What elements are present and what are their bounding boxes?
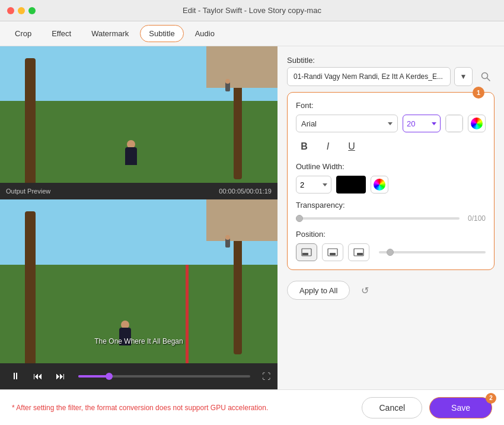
output-bar: Output Preview 00:00:05/00:01:19 xyxy=(0,183,277,199)
progress-thumb xyxy=(106,373,113,380)
subtitle-dropdown-btn[interactable]: ▼ xyxy=(454,67,473,86)
apply-row: Apply to All ↺ xyxy=(287,276,495,305)
svg-line-1 xyxy=(487,78,490,81)
svg-rect-7 xyxy=(357,253,363,255)
fullscreen-button[interactable] xyxy=(28,7,36,14)
font-color-wheel-btn[interactable] xyxy=(468,115,486,132)
style-row: B I U xyxy=(296,138,486,155)
titlebar: Edit - Taylor Swift - Love Story copy-ma… xyxy=(0,0,504,21)
bottom-bar: * After setting the filter, the format c… xyxy=(0,389,504,425)
position-bottom-right-btn[interactable] xyxy=(348,243,369,261)
transparency-slider[interactable] xyxy=(296,217,460,220)
fullscreen-icon[interactable]: ⛶ xyxy=(262,372,270,381)
tab-crop[interactable]: Crop xyxy=(6,25,40,42)
font-select[interactable]: Arial xyxy=(296,115,398,132)
position-section: Position: xyxy=(296,230,486,261)
subtitle-overlay: The One Where It All Began xyxy=(94,337,183,345)
tab-watermark[interactable]: Watermark xyxy=(82,25,138,42)
position-slider[interactable] xyxy=(379,251,486,253)
subtitle-section: Subtitle: 01-Randi Vagy Nem Randi, Ez It… xyxy=(287,56,495,86)
outline-select[interactable]: 2 xyxy=(296,176,331,194)
position-row xyxy=(296,243,486,261)
main-content: Output Preview 00:00:05/00:01:19 The One… xyxy=(0,46,504,389)
save-badge: 2 xyxy=(486,393,496,404)
outline-color-wheel-icon xyxy=(374,179,385,191)
underline-button[interactable]: U xyxy=(343,138,360,155)
video-preview-bottom: The One Where It All Began xyxy=(0,199,277,363)
tab-subtitle[interactable]: Subtitle xyxy=(140,25,183,42)
right-panel: Subtitle: 01-Randi Vagy Nem Randi, Ez It… xyxy=(277,46,504,389)
progress-fill xyxy=(78,375,109,378)
refresh-button[interactable]: ↺ xyxy=(356,281,374,299)
svg-rect-3 xyxy=(302,253,308,255)
progress-track[interactable] xyxy=(78,375,250,378)
prev-button[interactable]: ⏮ xyxy=(30,369,46,384)
position-bottom-center-btn[interactable] xyxy=(322,243,343,261)
transparency-label: Transparency: xyxy=(296,201,486,210)
bottom-buttons: Cancel Save 2 xyxy=(362,397,492,418)
position-label: Position: xyxy=(296,230,486,239)
subtitle-select[interactable]: 01-Randi Vagy Nem Randi, Ez Itt A Kerdes… xyxy=(287,67,451,86)
font-panel-badge: 1 xyxy=(473,87,484,99)
outline-color-wheel-btn[interactable] xyxy=(371,176,388,194)
controls-bar: ⏸ ⏮ ⏭ ⛶ xyxy=(0,363,277,389)
window-title: Edit - Taylor Swift - Love Story copy-ma… xyxy=(183,6,321,15)
font-label: Font: xyxy=(296,101,486,110)
transparency-value: 0/100 xyxy=(464,214,486,223)
warning-text: * After setting the filter, the format c… xyxy=(12,404,268,412)
font-color-btn[interactable] xyxy=(445,115,463,132)
font-size-select[interactable]: 20 xyxy=(403,115,441,132)
outline-row: 2 xyxy=(296,176,486,194)
tab-audio[interactable]: Audio xyxy=(186,25,224,42)
pause-button[interactable]: ⏸ xyxy=(7,369,24,384)
color-wheel-icon xyxy=(471,118,483,129)
traffic-lights xyxy=(7,7,36,14)
outline-color-swatch xyxy=(336,176,366,194)
timestamp: 00:00:05/00:01:19 xyxy=(219,188,272,195)
minimize-button[interactable] xyxy=(18,7,25,14)
transparency-row: 0/100 xyxy=(296,214,486,223)
nav-tabs: Crop Effect Watermark Subtitle Audio xyxy=(0,21,504,46)
video-preview-top xyxy=(0,46,277,183)
output-preview-label: Output Preview xyxy=(6,188,50,195)
tab-effect[interactable]: Effect xyxy=(43,25,80,42)
font-row: Arial 20 xyxy=(296,115,486,132)
video-area: Output Preview 00:00:05/00:01:19 The One… xyxy=(0,46,277,389)
subtitle-search-btn[interactable] xyxy=(476,67,495,86)
next-button[interactable]: ⏭ xyxy=(52,369,69,384)
subtitle-select-row: 01-Randi Vagy Nem Randi, Ez Itt A Kerdes… xyxy=(287,67,495,86)
outline-label: Outline Width: xyxy=(296,162,486,171)
bold-button[interactable]: B xyxy=(296,138,312,155)
close-button[interactable] xyxy=(7,7,14,14)
transparency-section: Transparency: 0/100 xyxy=(296,201,486,223)
subtitle-label: Subtitle: xyxy=(287,56,495,65)
svg-rect-5 xyxy=(330,253,336,255)
italic-button[interactable]: I xyxy=(320,138,336,155)
cancel-button[interactable]: Cancel xyxy=(362,397,422,418)
font-color-swatch xyxy=(446,115,462,132)
position-bottom-left-btn[interactable] xyxy=(296,243,317,261)
font-panel: 1 Font: Arial 20 B I xyxy=(287,92,495,270)
save-button[interactable]: Save 2 xyxy=(429,397,492,418)
apply-all-button[interactable]: Apply to All xyxy=(287,281,350,300)
